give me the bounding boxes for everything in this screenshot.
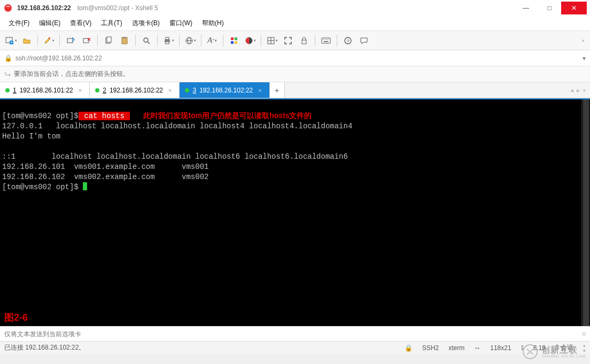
send-options-icon[interactable]: ≡: [582, 330, 586, 338]
theme-button[interactable]: ▾: [243, 33, 258, 48]
arrow-add-icon[interactable]: ⮑: [4, 71, 11, 78]
terminal[interactable]: [tom@vms002 opt]$ cat hosts 此时我们发现tom用户仍…: [0, 98, 590, 326]
watermark: 创新互联 CHUANG XIN HU LIAN: [522, 344, 586, 360]
tabs-bar: 1 192.168.26.101:22 × 2 192.168.26.102:2…: [0, 82, 590, 98]
svg-rect-30: [302, 40, 306, 44]
tab-number: 1: [13, 87, 17, 94]
minimize-button[interactable]: —: [514, 2, 538, 14]
terminal-line: ::1 localhost localhost.localdomain loca…: [2, 152, 348, 161]
send-input[interactable]: [4, 330, 579, 338]
lock-button[interactable]: [297, 33, 312, 48]
lock-icon: 🔒: [4, 55, 12, 62]
menu-help[interactable]: 帮助(H): [198, 17, 228, 30]
address-dropdown-icon[interactable]: ▾: [583, 55, 586, 62]
keyboard-button[interactable]: [319, 33, 333, 48]
svg-rect-22: [235, 37, 237, 40]
terminal-prompt: [tom@vms002 opt]$: [2, 112, 79, 120]
menu-window[interactable]: 窗口(W): [165, 17, 197, 30]
menu-view[interactable]: 查看(V): [66, 17, 96, 30]
font-button[interactable]: A⁺▾: [205, 33, 220, 48]
toolbar-separator: [59, 35, 60, 47]
toolbar-separator: [261, 35, 261, 47]
toolbar-separator: [315, 35, 315, 47]
tab-label: 192.168.26.102:22: [110, 87, 163, 94]
menu-edit[interactable]: 编辑(E): [35, 17, 65, 30]
hint-bar: ⮑ 要添加当前会话，点击左侧的箭头按钮。: [0, 66, 590, 82]
tab-session-2[interactable]: 2 192.168.26.102:22 ×: [90, 82, 180, 98]
tab-close-icon[interactable]: ×: [168, 87, 172, 94]
toolbar-separator: [201, 35, 201, 47]
layout-button[interactable]: ▾: [265, 33, 280, 48]
tab-session-3[interactable]: 3 192.168.26.102:22 ×: [180, 82, 269, 98]
menu-tools[interactable]: 工具(T): [97, 17, 126, 30]
svg-text:?: ?: [346, 38, 349, 44]
status-dot-icon: [95, 88, 99, 92]
tabs-menu-icon[interactable]: ▾: [583, 88, 586, 93]
window-host: 192.168.26.102:22: [17, 4, 71, 12]
tab-close-icon[interactable]: ×: [258, 87, 261, 94]
toolbar-separator: [179, 35, 180, 47]
help-button[interactable]: ?: [340, 33, 355, 48]
app-icon: [3, 3, 13, 13]
svg-rect-16: [166, 37, 169, 40]
status-bar: 已连接 192.168.26.102:22。 🔒 SSH2 xterm ↔ 11…: [0, 341, 590, 354]
svg-point-0: [4, 4, 12, 12]
fullscreen-button[interactable]: [281, 33, 296, 48]
tab-number: 2: [103, 87, 106, 94]
toolbar-separator: [135, 35, 136, 47]
terminal-line: 192.168.26.102 vms002.example.com vms002: [2, 173, 208, 181]
close-button[interactable]: ✕: [561, 2, 587, 14]
toolbar-separator: [37, 35, 38, 47]
svg-point-32: [323, 39, 323, 40]
menu-file[interactable]: 文件(F): [4, 17, 34, 30]
title-bar: 192.168.26.102:22 tom@vms002:/opt - Xshe…: [0, 0, 590, 16]
status-dot-icon: [185, 88, 189, 92]
address-bar: 🔒 ssh://root@192.168.26.102:22 ▾: [0, 50, 590, 66]
toolbar-separator: [97, 35, 98, 47]
tab-session-1[interactable]: 1 192.168.26.101:22 ×: [0, 82, 90, 98]
terminal-scrollbar[interactable]: [581, 99, 590, 326]
status-size: 118x21: [490, 344, 511, 352]
add-tab-button[interactable]: +: [270, 82, 285, 98]
terminal-annotation: 此时我们发现tom用户仍然是可以读取hosts文件的: [143, 111, 312, 120]
figure-label: 图2-6: [4, 313, 28, 323]
lock-icon: 🔒: [405, 344, 413, 352]
terminal-line: 192.168.26.101 vms001.example.com vms001: [2, 162, 208, 171]
tab-label: 192.168.26.102:22: [199, 87, 253, 94]
new-session-button[interactable]: +▾: [3, 33, 18, 48]
toolbar-overflow-icon[interactable]: ▾: [582, 38, 587, 43]
svg-rect-23: [231, 41, 234, 44]
tabs-prev-icon[interactable]: ◂: [570, 87, 573, 94]
terminal-cursor: [83, 182, 87, 190]
watermark-logo-icon: [522, 344, 538, 360]
menu-tabs[interactable]: 选项卡(B): [128, 17, 164, 30]
disconnect-button[interactable]: [79, 33, 94, 48]
tabs-next-icon[interactable]: ▸: [577, 87, 580, 94]
svg-rect-31: [322, 38, 330, 43]
toolbar-separator: [223, 35, 223, 47]
chat-button[interactable]: [356, 33, 371, 48]
window-title: tom@vms002:/opt - Xshell 5: [77, 4, 158, 12]
tab-close-icon[interactable]: ×: [79, 87, 82, 94]
svg-point-13: [144, 38, 148, 42]
search-button[interactable]: [139, 33, 154, 48]
toolbar-separator: [337, 35, 337, 47]
hint-text: 要添加当前会话，点击左侧的箭头按钮。: [14, 69, 129, 79]
copy-button[interactable]: [101, 33, 116, 48]
open-button[interactable]: [19, 33, 34, 48]
reconnect-button[interactable]: [63, 33, 78, 48]
paste-button[interactable]: [117, 33, 132, 48]
status-connected: 已连接 192.168.26.102:22。: [4, 343, 85, 352]
palette-button[interactable]: [227, 33, 242, 48]
svg-rect-24: [235, 41, 237, 44]
print-button[interactable]: ▾: [161, 33, 176, 48]
highlighter-button[interactable]: ▾: [41, 33, 56, 48]
terminal-prompt: [tom@vms002 opt]$: [2, 183, 83, 191]
globe-button[interactable]: ▾: [183, 33, 198, 48]
maximize-button[interactable]: □: [538, 2, 561, 14]
watermark-subtext: CHUANG XIN HU LIAN: [541, 354, 586, 358]
svg-rect-12: [123, 37, 126, 38]
menu-bar: 文件(F) 编辑(E) 查看(V) 工具(T) 选项卡(B) 窗口(W) 帮助(…: [0, 16, 590, 31]
status-term: xterm: [448, 344, 464, 352]
address-url[interactable]: ssh://root@192.168.26.102:22: [15, 55, 102, 62]
